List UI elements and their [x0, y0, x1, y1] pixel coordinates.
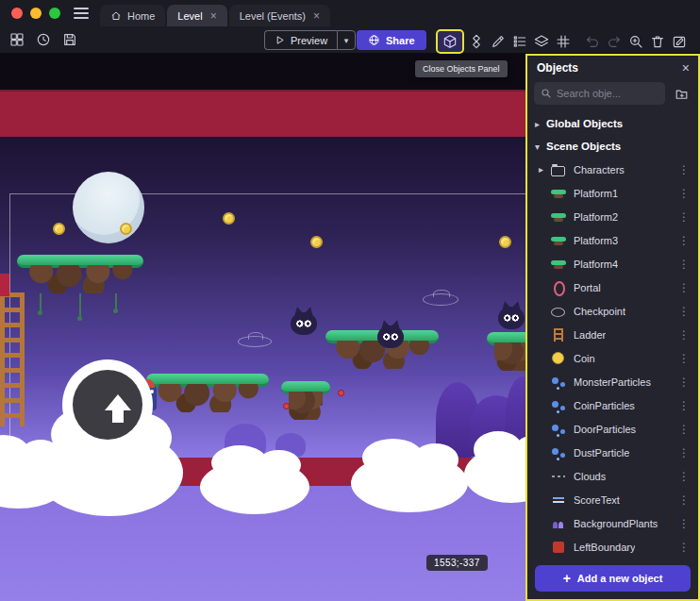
kebab-menu-icon[interactable]: ⋮: [675, 234, 692, 247]
kebab-menu-icon[interactable]: ⋮: [675, 258, 692, 271]
checkpoint-instance[interactable]: [238, 336, 272, 347]
kebab-menu-icon[interactable]: ⋮: [675, 328, 692, 342]
add-object-button[interactable]: + Add a new object: [535, 565, 691, 592]
cloud-instance[interactable]: [200, 459, 309, 514]
platform-instance[interactable]: [487, 332, 525, 371]
object-row-doorparticles[interactable]: DoorParticles ⋮: [527, 417, 698, 441]
coin-instance[interactable]: [53, 223, 65, 235]
object-row-platform3[interactable]: Platform3 ⋮: [527, 228, 698, 252]
object-thumbnail-icon: [550, 233, 567, 248]
moon-instance[interactable]: [73, 172, 144, 243]
kebab-menu-icon[interactable]: ⋮: [675, 376, 692, 389]
object-row-checkpoint[interactable]: Checkpoint ⋮: [527, 299, 698, 323]
tree-group-scene-objects[interactable]: ▾ Scene Objects: [527, 135, 698, 158]
close-panel-icon[interactable]: ×: [682, 61, 690, 75]
undo-icon[interactable]: [583, 31, 602, 52]
scene-canvas[interactable]: 1553;-337: [0, 54, 525, 601]
minimize-window-button[interactable]: [30, 8, 42, 19]
zoom-in-icon[interactable]: [626, 31, 645, 52]
object-row-scoretext[interactable]: ScoreText ⋮: [527, 488, 698, 511]
instances-list-icon[interactable]: [510, 31, 529, 52]
kebab-menu-icon[interactable]: ⋮: [675, 423, 692, 436]
object-groups-icon[interactable]: [467, 31, 486, 52]
add-folder-icon[interactable]: [671, 83, 692, 104]
object-label: DustParticle: [574, 447, 629, 459]
coin-instance[interactable]: [499, 236, 511, 248]
object-thumbnail-icon: [550, 516, 567, 531]
platform-instance[interactable]: [281, 381, 330, 420]
left-boundary-instance[interactable]: [0, 274, 9, 296]
preview-button[interactable]: Preview: [264, 30, 337, 50]
menu-icon[interactable]: [74, 8, 89, 19]
ladder-instance[interactable]: [0, 292, 25, 426]
jump-button-instance[interactable]: [62, 359, 153, 450]
object-row-clouds[interactable]: Clouds ⋮: [527, 464, 698, 488]
cloud-instance[interactable]: [351, 454, 468, 512]
close-window-button[interactable]: [11, 8, 23, 19]
kebab-menu-icon[interactable]: ⋮: [675, 210, 692, 224]
object-row-platform1[interactable]: Platform1 ⋮: [527, 181, 698, 205]
grid-icon[interactable]: [554, 31, 573, 52]
close-tab-icon[interactable]: ×: [313, 10, 320, 22]
tab-level[interactable]: Level ×: [167, 5, 226, 26]
object-thumbnail-icon: [550, 351, 567, 366]
cursor-coordinates-badge: 1553;-337: [426, 555, 488, 571]
search-input[interactable]: [557, 88, 658, 99]
edit-icon[interactable]: [489, 31, 508, 52]
kebab-menu-icon[interactable]: ⋮: [675, 163, 692, 176]
checkpoint-instance[interactable]: [423, 293, 458, 306]
monster-instance[interactable]: [291, 310, 317, 335]
kebab-menu-icon[interactable]: ⋮: [675, 352, 692, 365]
object-label: BackgroundPlants: [574, 518, 658, 529]
kebab-menu-icon[interactable]: ⋮: [675, 541, 692, 554]
object-row-ladder[interactable]: Ladder ⋮: [527, 323, 698, 346]
monster-instance[interactable]: [498, 305, 525, 329]
kebab-menu-icon[interactable]: ⋮: [675, 281, 692, 294]
trash-icon[interactable]: [648, 31, 667, 52]
object-row-coinparticles[interactable]: CoinParticles ⋮: [527, 393, 698, 417]
object-row-platform4[interactable]: Platform4 ⋮: [527, 252, 698, 275]
object-label: LeftBoundary: [574, 542, 635, 553]
object-row-platform2[interactable]: Platform2 ⋮: [527, 205, 698, 228]
coin-instance[interactable]: [120, 223, 132, 235]
platform-instance[interactable]: [17, 255, 143, 293]
coin-instance[interactable]: [223, 212, 235, 225]
object-row-monsterparticles[interactable]: MonsterParticles ⋮: [527, 370, 698, 393]
object-row-coin[interactable]: Coin ⋮: [527, 346, 698, 370]
tab-home[interactable]: Home: [100, 5, 165, 26]
kebab-menu-icon[interactable]: ⋮: [675, 493, 692, 507]
object-thumbnail-icon: [550, 327, 567, 342]
save-icon[interactable]: [60, 29, 79, 50]
object-label: Clouds: [574, 471, 606, 482]
object-row-portal[interactable]: Portal ⋮: [527, 275, 698, 299]
tab-level-events[interactable]: Level (Events) ×: [229, 5, 330, 26]
object-row-leftboundary[interactable]: LeftBoundary ⋮: [527, 535, 698, 559]
search-box[interactable]: [534, 82, 665, 105]
tree-group-global-objects[interactable]: ▸ Global Objects: [527, 112, 698, 135]
kebab-menu-icon[interactable]: ⋮: [675, 470, 692, 483]
kebab-menu-icon[interactable]: ⋮: [675, 399, 692, 412]
objects-panel-icon[interactable]: [441, 31, 459, 52]
project-manager-icon[interactable]: [8, 29, 26, 50]
redo-icon[interactable]: [605, 31, 624, 52]
platform-instance[interactable]: [146, 374, 269, 412]
scene-properties-icon[interactable]: [670, 31, 689, 52]
history-icon[interactable]: [34, 29, 53, 50]
preview-options-chevron[interactable]: ▾: [337, 30, 356, 50]
share-button[interactable]: Share: [357, 30, 426, 50]
object-row-characters[interactable]: ▸ Characters ⋮: [527, 158, 698, 181]
kebab-menu-icon[interactable]: ⋮: [675, 517, 692, 530]
kebab-menu-icon[interactable]: ⋮: [675, 446, 692, 459]
monster-instance[interactable]: [377, 324, 404, 348]
object-row-backgroundplants[interactable]: BackgroundPlants ⋮: [527, 511, 698, 535]
object-row-dustparticle[interactable]: DustParticle ⋮: [527, 441, 698, 464]
coin-instance[interactable]: [310, 236, 323, 248]
close-tab-icon[interactable]: ×: [210, 10, 217, 22]
caret-icon[interactable]: ▸: [539, 164, 550, 175]
tab-label: Level: [177, 10, 202, 22]
kebab-menu-icon[interactable]: ⋮: [675, 305, 692, 318]
zoom-window-button[interactable]: [49, 8, 60, 19]
kebab-menu-icon[interactable]: ⋮: [675, 187, 692, 200]
preview-label: Preview: [291, 35, 327, 46]
layers-icon[interactable]: [532, 31, 551, 52]
